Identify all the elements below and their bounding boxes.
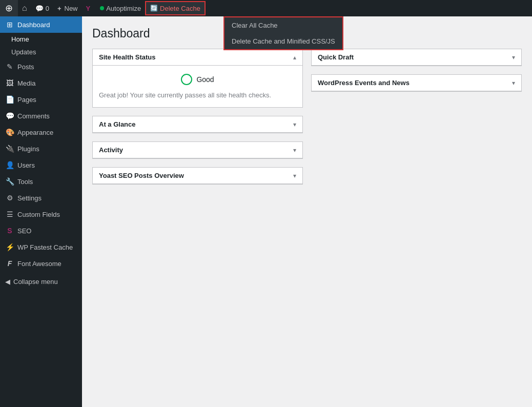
wp-fastest-cache-icon: ⚡ bbox=[5, 243, 14, 251]
activity-title: Activity bbox=[99, 146, 123, 154]
sidebar-item-comments[interactable]: 💬 Comments bbox=[0, 108, 82, 124]
comments-count: 0 bbox=[46, 5, 49, 12]
sidebar-item-posts[interactable]: ✎ Posts bbox=[0, 58, 82, 75]
yoast-icon: Y bbox=[86, 5, 91, 12]
settings-icon: ⚙ bbox=[5, 194, 14, 202]
delete-cache-dropdown: Clear All Cache Delete Cache and Minifie… bbox=[223, 16, 343, 50]
comments-nav-icon: 💬 bbox=[5, 112, 14, 120]
comments-button[interactable]: 💬 0 bbox=[31, 0, 53, 16]
sidebar-item-dashboard[interactable]: ⊞ Dashboard bbox=[0, 16, 82, 33]
wp-events-title: WordPress Events and News bbox=[318, 79, 410, 87]
posts-label: Posts bbox=[17, 63, 34, 71]
yoast-seo-header: Yoast SEO Posts Overview bbox=[93, 168, 302, 184]
sidebar-sub-home[interactable]: Home bbox=[0, 33, 82, 46]
yoast-button[interactable]: Y bbox=[82, 0, 96, 16]
appearance-icon: 🎨 bbox=[5, 128, 14, 136]
quick-draft-header: Quick Draft bbox=[312, 49, 521, 66]
health-status: Good bbox=[99, 74, 296, 85]
pages-icon: 📄 bbox=[5, 95, 14, 104]
activity-header: Activity bbox=[93, 142, 302, 158]
health-circle-icon bbox=[181, 74, 192, 85]
autoptimize-status-dot bbox=[100, 6, 104, 10]
admin-bar: ⊕ ⌂ 💬 0 + New Y Autoptimize 🔄 Delete Cac… bbox=[0, 0, 532, 16]
collapse-menu-button[interactable]: ◀ Collapse menu bbox=[0, 274, 82, 290]
clear-all-cache-item[interactable]: Clear All Cache bbox=[224, 17, 342, 33]
seo-icon: S bbox=[5, 227, 14, 235]
posts-icon: ✎ bbox=[5, 63, 14, 71]
quick-draft-widget: Quick Draft bbox=[311, 49, 522, 66]
home-sub-label: Home bbox=[11, 35, 29, 43]
plugins-label: Plugins bbox=[17, 145, 39, 153]
at-a-glance-header: At a Glance bbox=[93, 116, 302, 133]
custom-fields-label: Custom Fields bbox=[17, 211, 60, 218]
sidebar: ⊞ Dashboard Home Updates ✎ Posts 🖼 Media… bbox=[0, 16, 82, 407]
comments-nav-label: Comments bbox=[17, 112, 50, 120]
plus-icon: + bbox=[57, 5, 62, 12]
wp-events-widget: WordPress Events and News bbox=[311, 74, 522, 92]
health-status-label: Good bbox=[196, 75, 214, 84]
collapse-icon: ◀ bbox=[5, 278, 10, 286]
main-content: Dashboard Site Health Status Good G bbox=[82, 16, 532, 407]
sidebar-item-font-awesome[interactable]: F Font Awesome bbox=[0, 255, 82, 272]
delete-cache-minified-item[interactable]: Delete Cache and Minified CSS/JS bbox=[224, 33, 342, 49]
at-a-glance-toggle[interactable] bbox=[293, 121, 296, 128]
pages-label: Pages bbox=[17, 96, 36, 104]
users-icon: 👤 bbox=[5, 161, 14, 169]
sidebar-item-settings[interactable]: ⚙ Settings bbox=[0, 190, 82, 206]
wp-logo-icon: ⊕ bbox=[5, 3, 13, 14]
sidebar-item-media[interactable]: 🖼 Media bbox=[0, 75, 82, 91]
font-awesome-label: Font Awesome bbox=[17, 260, 62, 268]
dashboard-icon: ⊞ bbox=[5, 21, 14, 29]
sidebar-dashboard-label: Dashboard bbox=[17, 21, 50, 29]
new-label: New bbox=[65, 5, 78, 12]
yoast-seo-toggle[interactable] bbox=[293, 172, 296, 179]
sidebar-item-pages[interactable]: 📄 Pages bbox=[0, 91, 82, 108]
wp-fastest-cache-label: WP Fastest Cache bbox=[17, 243, 73, 251]
health-description: Great job! Your site currently passes al… bbox=[99, 91, 296, 99]
site-health-widget-header: Site Health Status bbox=[93, 49, 302, 66]
custom-fields-icon: ☰ bbox=[5, 210, 14, 218]
plugins-icon: 🔌 bbox=[5, 145, 14, 153]
dashboard-left-column: Site Health Status Good Great job! Your … bbox=[92, 49, 303, 185]
home-icon: ⌂ bbox=[22, 4, 27, 13]
sidebar-sub-updates[interactable]: Updates bbox=[0, 46, 82, 58]
seo-label: SEO bbox=[17, 227, 31, 235]
activity-toggle[interactable] bbox=[293, 147, 296, 154]
yoast-seo-title: Yoast SEO Posts Overview bbox=[99, 172, 184, 179]
settings-label: Settings bbox=[17, 194, 42, 202]
collapse-label: Collapse menu bbox=[13, 278, 58, 286]
at-a-glance-widget: At a Glance bbox=[92, 116, 303, 133]
tools-label: Tools bbox=[17, 178, 33, 186]
sidebar-item-tools[interactable]: 🔧 Tools bbox=[0, 173, 82, 190]
sidebar-item-plugins[interactable]: 🔌 Plugins bbox=[0, 140, 82, 157]
font-awesome-icon: F bbox=[5, 259, 14, 268]
cache-icon: 🔄 bbox=[150, 5, 158, 12]
autoptimize-label: Autoptimize bbox=[106, 5, 141, 12]
new-content-button[interactable]: + New bbox=[53, 0, 82, 16]
wp-logo-button[interactable]: ⊕ bbox=[0, 0, 18, 16]
visit-site-button[interactable]: ⌂ bbox=[18, 0, 31, 16]
sidebar-item-appearance[interactable]: 🎨 Appearance bbox=[0, 124, 82, 140]
activity-widget: Activity bbox=[92, 141, 303, 159]
delete-cache-button[interactable]: 🔄 Delete Cache bbox=[145, 1, 206, 15]
media-label: Media bbox=[17, 79, 35, 87]
updates-sub-label: Updates bbox=[11, 48, 36, 56]
site-health-body: Good Great job! Your site currently pass… bbox=[93, 66, 302, 107]
site-health-toggle[interactable] bbox=[293, 54, 296, 61]
sidebar-item-custom-fields[interactable]: ☰ Custom Fields bbox=[0, 206, 82, 222]
sidebar-item-seo[interactable]: S SEO bbox=[0, 222, 82, 239]
dashboard-grid: Site Health Status Good Great job! Your … bbox=[92, 49, 522, 185]
sidebar-item-wp-fastest-cache[interactable]: ⚡ WP Fastest Cache bbox=[0, 239, 82, 255]
autoptimize-button[interactable]: Autoptimize bbox=[96, 0, 145, 16]
site-health-title: Site Health Status bbox=[99, 53, 156, 61]
quick-draft-toggle[interactable] bbox=[512, 54, 515, 61]
dashboard-right-column: Quick Draft WordPress Events and News bbox=[311, 49, 522, 185]
appearance-label: Appearance bbox=[17, 129, 53, 136]
delete-cache-label: Delete Cache bbox=[160, 5, 200, 12]
at-a-glance-title: At a Glance bbox=[99, 120, 136, 128]
users-label: Users bbox=[17, 161, 35, 169]
site-health-widget: Site Health Status Good Great job! Your … bbox=[92, 49, 303, 108]
sidebar-item-users[interactable]: 👤 Users bbox=[0, 157, 82, 173]
quick-draft-title: Quick Draft bbox=[318, 53, 354, 61]
wp-events-toggle[interactable] bbox=[512, 79, 515, 87]
